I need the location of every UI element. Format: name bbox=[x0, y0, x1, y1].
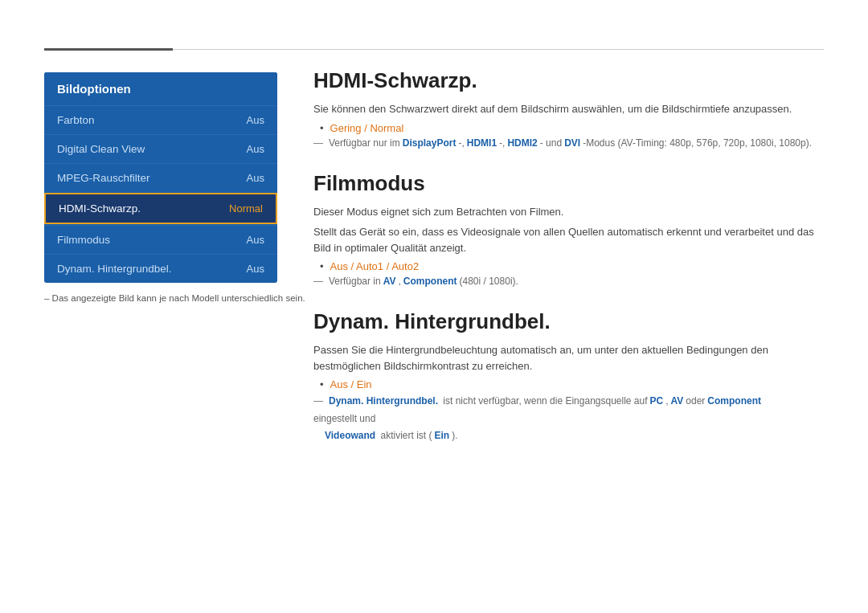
top-progress-bar bbox=[44, 48, 824, 51]
bullet-dot: • bbox=[320, 122, 324, 134]
bullet-hdmi: • Gering / Normal bbox=[320, 122, 824, 134]
hdmi2-label: HDMI2 bbox=[507, 137, 537, 149]
note-nicht-verfugbar: ist nicht verfügbar, wenn die Eingangsqu… bbox=[440, 394, 648, 409]
component-label: Component bbox=[403, 276, 457, 287]
section-desc2-film: Stellt das Gerät so ein, dass es Videosi… bbox=[313, 224, 824, 255]
section-title-dynam: Dynam. Hintergrundbel. bbox=[313, 309, 824, 334]
progress-filled bbox=[44, 48, 173, 51]
sidebar-menu: Bildoptionen Farbton Aus Digital Clean V… bbox=[44, 72, 277, 283]
section-title-hdmi: HDMI-Schwarzp. bbox=[313, 68, 824, 93]
note-hdmi: ― Verfügbar nur im DisplayPort -, HDMI1 … bbox=[313, 137, 824, 149]
sidebar-item-value: Aus bbox=[247, 114, 264, 126]
section-hdmi-schwarzp: HDMI-Schwarzp. Sie können den Schwarzwer… bbox=[313, 68, 824, 149]
note-resolution: (480i / 1080i). bbox=[460, 276, 518, 287]
ein-label: Ein bbox=[434, 430, 449, 441]
section-desc1-film: Dieser Modus eignet sich zum Betrachten … bbox=[313, 204, 824, 220]
note-sep1: -, bbox=[458, 137, 464, 149]
note-comma: , bbox=[399, 276, 401, 287]
note-dash: ― bbox=[313, 137, 323, 149]
pc-label: PC bbox=[650, 394, 664, 409]
hdmi1-label: HDMI1 bbox=[467, 137, 497, 149]
sidebar-item-farbton[interactable]: Farbton Aus bbox=[44, 105, 277, 134]
av-label: AV bbox=[383, 276, 396, 287]
sidebar-item-value: Aus bbox=[247, 143, 264, 155]
dynam-options: Aus / Ein bbox=[330, 378, 372, 390]
displayport-label: DisplayPort bbox=[403, 137, 457, 149]
note-dynam: ― Dynam. Hintergrundbel. ist nicht verfü… bbox=[313, 394, 824, 427]
film-options: Aus / Auto1 / Auto2 bbox=[330, 260, 420, 272]
bullet-dynam: • Aus / Ein bbox=[320, 378, 824, 390]
component-label2: Component bbox=[707, 394, 761, 409]
note-film: ― Verfügbar in AV , Component (480i / 10… bbox=[313, 276, 824, 287]
note-sep2: -, bbox=[499, 137, 505, 149]
sidebar-item-value: Normal bbox=[229, 202, 263, 215]
sidebar-item-value: Aus bbox=[247, 172, 264, 184]
section-filmmodus: Filmmodus Dieser Modus eignet sich zum B… bbox=[313, 171, 824, 288]
section-desc-hdmi: Sie können den Schwarzwert direkt auf de… bbox=[313, 101, 824, 117]
sidebar-header: Bildoptionen bbox=[44, 72, 277, 105]
note-aktiviert: aktiviert ist ( bbox=[378, 430, 432, 441]
hdmi-options: Gering / Normal bbox=[330, 122, 404, 134]
sidebar-item-value: Aus bbox=[247, 263, 264, 275]
dynam-hintergrundbel-label: Dynam. Hintergrundbel. bbox=[329, 394, 438, 409]
section-desc-dynam: Passen Sie die Hintergrundbeleuchtung au… bbox=[313, 342, 824, 374]
main-content: HDMI-Schwarzp. Sie können den Schwarzwer… bbox=[313, 68, 824, 464]
section-title-film: Filmmodus bbox=[313, 171, 824, 196]
sidebar-item-label: Dynam. Hintergrundbel. bbox=[57, 263, 172, 275]
note-und: - und bbox=[540, 137, 562, 149]
sidebar-item-hdmi-schwarzp[interactable]: HDMI-Schwarzp. Normal bbox=[44, 193, 277, 224]
note-dash-film: ― bbox=[313, 276, 323, 287]
sidebar-item-dynam-hintergrundbel[interactable]: Dynam. Hintergrundbel. Aus bbox=[44, 254, 277, 283]
progress-empty bbox=[173, 49, 824, 50]
note-dynam2: Videowand aktiviert ist ( Ein ). bbox=[325, 430, 824, 441]
bullet-dot-film: • bbox=[320, 260, 324, 272]
sidebar-item-label: Digital Clean View bbox=[57, 143, 145, 155]
sidebar-note: – Das angezeigte Bild kann je nach Model… bbox=[44, 293, 305, 303]
sidebar-item-label: HDMI-Schwarzp. bbox=[59, 202, 141, 215]
sidebar-item-label: Farbton bbox=[57, 114, 95, 126]
sidebar-item-label: Filmmodus bbox=[57, 234, 110, 246]
sidebar-item-label: MPEG-Rauschfilter bbox=[57, 172, 150, 184]
note-eingestellt: eingestellt und bbox=[313, 411, 375, 427]
sidebar-item-value: Aus bbox=[247, 234, 264, 246]
note-suffix: -Modus (AV-Timing: 480p, 576p, 720p, 108… bbox=[583, 137, 812, 149]
av-label2: AV bbox=[671, 394, 684, 409]
note-dash-dynam: ― bbox=[313, 394, 323, 409]
note-text-prefix: Verfügbar nur im bbox=[329, 137, 400, 149]
bullet-dot-dynam: • bbox=[320, 378, 324, 390]
sidebar-item-mpeg-rauschfilter[interactable]: MPEG-Rauschfilter Aus bbox=[44, 163, 277, 192]
sidebar-item-digital-clean-view[interactable]: Digital Clean View Aus bbox=[44, 134, 277, 163]
bullet-film: • Aus / Auto1 / Auto2 bbox=[320, 260, 824, 272]
note-oder: oder bbox=[686, 394, 705, 409]
dvi-label: DVI bbox=[564, 137, 580, 149]
note-comma2: , bbox=[665, 394, 668, 409]
note-close-paren: ). bbox=[452, 430, 457, 441]
note-verfugbar: Verfügbar in bbox=[329, 276, 381, 287]
sidebar-item-filmmodus[interactable]: Filmmodus Aus bbox=[44, 225, 277, 254]
videowand-label: Videowand bbox=[325, 430, 375, 441]
section-dynam: Dynam. Hintergrundbel. Passen Sie die Hi… bbox=[313, 309, 824, 441]
